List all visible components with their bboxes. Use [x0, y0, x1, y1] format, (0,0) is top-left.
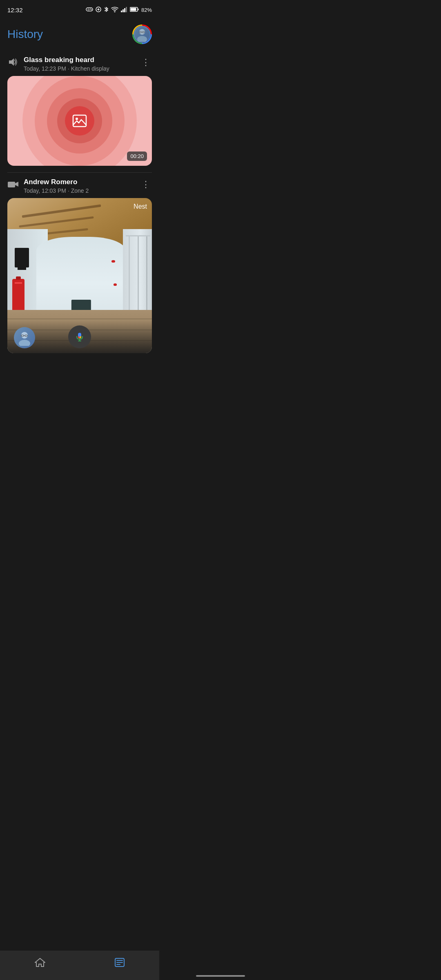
alert-icon	[72, 114, 87, 128]
lamp-base	[18, 267, 26, 270]
app-icon	[96, 7, 101, 13]
beam-2	[19, 216, 94, 227]
wifi-icon	[111, 7, 118, 13]
game-controller-icon	[86, 7, 93, 13]
svg-rect-3	[88, 9, 89, 10]
event-glass-breaking: Glass breaking heard Today, 12:23 PM · K…	[0, 51, 159, 172]
svg-rect-1	[87, 9, 88, 10]
battery-percentage: 82%	[141, 7, 152, 13]
svg-marker-28	[15, 182, 18, 187]
alert-play-button[interactable]	[65, 106, 94, 136]
svg-rect-13	[124, 8, 125, 12]
event-menu-1[interactable]: ⋮	[140, 56, 152, 69]
svg-rect-17	[130, 8, 136, 11]
event-menu-2[interactable]: ⋮	[140, 178, 152, 192]
event-header-1: Glass breaking heard Today, 12:23 PM · K…	[7, 56, 152, 72]
beam-1	[22, 204, 101, 218]
event-header-2: Andrew Romero Today, 12:03 PM · Zone 2 ⋮	[7, 178, 152, 194]
avatar-inner	[134, 26, 151, 43]
svg-rect-16	[138, 9, 138, 10]
person-avatar	[14, 327, 35, 348]
indicator-light-1	[111, 260, 115, 263]
duration-badge: 00:20	[127, 151, 147, 161]
svg-rect-12	[122, 9, 124, 12]
ext-stripe	[15, 282, 22, 284]
svg-point-26	[76, 118, 78, 120]
svg-rect-25	[73, 115, 86, 127]
camera-icon	[7, 178, 19, 190]
camera-bottom-overlay	[7, 321, 152, 353]
svg-rect-4	[89, 9, 90, 10]
camera-card[interactable]: Nest	[7, 198, 152, 353]
status-time: 12:32	[7, 7, 23, 13]
signal-icon	[121, 7, 127, 13]
svg-point-10	[114, 11, 115, 12]
page-header: History	[0, 18, 159, 51]
event-subtitle-2: Today, 12:03 PM · Zone 2	[24, 187, 140, 194]
svg-point-6	[91, 9, 92, 10]
wall-lamp	[15, 248, 29, 268]
indicator-light-2	[114, 283, 117, 286]
alert-card[interactable]: 00:20	[7, 76, 152, 166]
event-info-1: Glass breaking heard Today, 12:23 PM · K…	[7, 56, 140, 72]
svg-point-5	[90, 9, 91, 9]
railing-top	[126, 235, 150, 236]
svg-rect-11	[121, 11, 122, 12]
status-bar: 12:32	[0, 0, 159, 18]
svg-marker-24	[9, 58, 14, 66]
event-text-2: Andrew Romero Today, 12:03 PM · Zone 2	[24, 178, 140, 194]
svg-rect-27	[8, 182, 15, 187]
person-avatar-image	[16, 330, 33, 346]
svg-point-29	[21, 332, 28, 339]
event-title-2: Andrew Romero	[24, 178, 140, 187]
page-title: History	[7, 28, 43, 41]
user-avatar[interactable]	[132, 24, 152, 44]
nest-badge: Nest	[134, 203, 147, 210]
event-andrew-romero: Andrew Romero Today, 12:03 PM · Zone 2 ⋮	[0, 173, 159, 360]
event-title-1: Glass breaking heard	[24, 56, 140, 65]
plank-line-1	[7, 318, 152, 319]
event-text-1: Glass breaking heard Today, 12:23 PM · K…	[24, 56, 140, 72]
battery-icon	[130, 7, 139, 13]
event-info-2: Andrew Romero Today, 12:03 PM · Zone 2	[7, 178, 140, 194]
svg-point-30	[19, 340, 30, 346]
bluetooth-icon	[104, 6, 109, 14]
ext-top	[16, 276, 21, 280]
status-icons: 82%	[86, 6, 152, 14]
avatar-image	[135, 27, 149, 42]
microphone-button[interactable]	[68, 325, 91, 348]
svg-rect-2	[88, 9, 89, 9]
fire-extinguisher	[12, 279, 24, 314]
mic-icon	[74, 331, 85, 343]
svg-rect-20	[135, 27, 149, 42]
event-subtitle-1: Today, 12:23 PM · Kitchen display	[24, 65, 140, 72]
sound-icon	[7, 56, 19, 68]
svg-rect-14	[126, 7, 127, 12]
